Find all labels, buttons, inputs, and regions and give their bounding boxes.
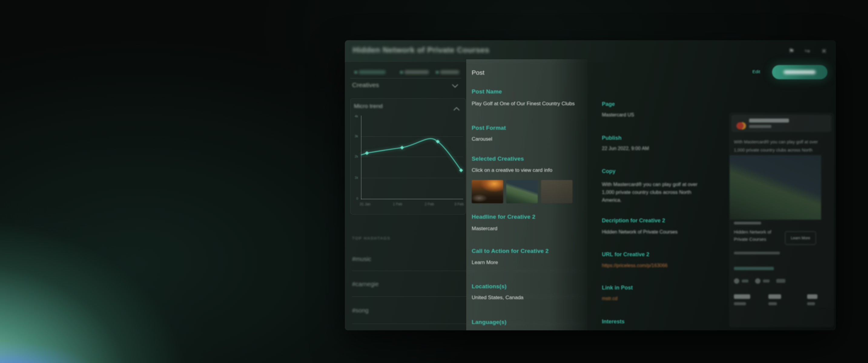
hashtag-item-2[interactable]: #carnegie bbox=[352, 281, 379, 288]
creative-thumbnail-2[interactable] bbox=[506, 180, 538, 203]
languages-label: Language(s) bbox=[472, 319, 506, 326]
micro-trend-title: Micro trend bbox=[354, 103, 383, 109]
post-detail-modal: Hidden Network of Private Courses ⚑ ↪ ✕ … bbox=[345, 40, 836, 330]
creatives-accordion-header[interactable]: Creatives bbox=[352, 81, 379, 89]
like-icon[interactable] bbox=[734, 278, 739, 284]
learn-more-button[interactable]: Learn More bbox=[785, 231, 816, 245]
preview-image bbox=[730, 155, 821, 220]
share-icon[interactable]: ↪ bbox=[805, 47, 810, 55]
preview-domain-blob bbox=[734, 222, 761, 225]
data-point-1 bbox=[365, 151, 369, 155]
account-subtitle-blob bbox=[749, 125, 771, 128]
trend-line bbox=[361, 138, 461, 170]
tab-1-icon bbox=[354, 71, 357, 74]
copy-label: Copy bbox=[602, 168, 616, 174]
description-value: Hidden Network of Private Courses bbox=[602, 229, 678, 235]
post-name-value: Play Golf at One of Our Finest Country C… bbox=[472, 101, 575, 107]
stat-3-value-blob bbox=[807, 294, 817, 299]
creative-thumbnail-1[interactable] bbox=[472, 180, 503, 203]
publish-value: 22 Jun 2022, 9:00 AM bbox=[602, 146, 649, 151]
x-tick-2: 1 Feb bbox=[393, 202, 402, 206]
publish-label: Publish bbox=[602, 135, 622, 141]
post-preview-card: With Mastercard® you can play golf at ov… bbox=[729, 112, 834, 327]
tab-1[interactable] bbox=[359, 70, 386, 74]
post-format-value: Carousel bbox=[472, 136, 492, 142]
x-tick-4: 3 Feb bbox=[455, 202, 464, 206]
preview-link-title: Hidden Network of Private Courses bbox=[734, 228, 782, 243]
cta-value: Learn More bbox=[472, 260, 498, 266]
close-icon[interactable]: ✕ bbox=[822, 47, 827, 55]
locations-value: United States, Canada bbox=[472, 295, 524, 301]
tab-2-icon bbox=[400, 71, 403, 74]
description-label: Decription for Creative 2 bbox=[602, 218, 665, 224]
stat-2-value-blob bbox=[768, 294, 781, 299]
url-link[interactable]: https://priceless.com/p/163066 bbox=[602, 263, 668, 268]
page-value: Mastercard US bbox=[602, 112, 634, 118]
page-label: Page bbox=[602, 101, 615, 107]
primary-action-label-blob bbox=[783, 70, 816, 74]
preview-hashtags-blob bbox=[734, 267, 774, 270]
link-in-post-label: Link in Post bbox=[602, 285, 633, 291]
stat-1-value-blob bbox=[734, 294, 750, 299]
selected-creatives-hint: Click on a creative to view card info bbox=[472, 167, 552, 173]
y-tick-1k: 1k bbox=[349, 176, 358, 179]
tab-3-icon bbox=[436, 71, 439, 74]
headline-label: Headline for Creative 2 bbox=[472, 213, 535, 220]
interests-label: Interests bbox=[602, 319, 625, 325]
post-name-label: Post Name bbox=[472, 88, 502, 95]
y-tick-2k: 2k bbox=[349, 155, 358, 158]
copy-value: With Mastercard® you can play golf at ov… bbox=[602, 180, 703, 204]
comment-count-blob bbox=[763, 279, 770, 283]
like-count-blob bbox=[742, 279, 748, 283]
locations-label: Locations(s) bbox=[472, 283, 506, 290]
tabs-divider bbox=[350, 78, 461, 78]
stat-3-label-blob bbox=[807, 302, 815, 305]
url-label: URL for Creative 2 bbox=[602, 252, 649, 258]
tab-3[interactable] bbox=[440, 70, 459, 74]
y-tick-0: 0 bbox=[349, 197, 358, 200]
stat-1-label-blob bbox=[734, 302, 746, 305]
bookmark-icon[interactable]: ⚑ bbox=[789, 47, 795, 55]
cta-label: Call to Action for Creative 2 bbox=[472, 248, 549, 254]
preview-header bbox=[732, 115, 831, 132]
page-title: Hidden Network of Private Courses bbox=[353, 45, 489, 55]
share-count-blob bbox=[776, 279, 785, 283]
trend-line-chart bbox=[361, 116, 463, 200]
account-name-blob bbox=[749, 119, 789, 123]
selected-creatives-label: Selected Creatives bbox=[472, 156, 524, 162]
chevron-down-icon bbox=[452, 82, 458, 88]
hashtag-item-1[interactable]: #music bbox=[352, 256, 371, 263]
top-hashtags-header: TOP HASHTAGS bbox=[352, 236, 391, 240]
x-tick-1: 31 Jan bbox=[360, 202, 371, 206]
screen: Hidden Network of Private Courses ⚑ ↪ ✕ … bbox=[0, 0, 868, 363]
edit-button[interactable]: Edit bbox=[752, 69, 760, 74]
primary-action-button[interactable] bbox=[772, 65, 828, 79]
data-point-2 bbox=[400, 146, 404, 150]
x-tick-3: 2 Feb bbox=[425, 202, 434, 206]
y-tick-4k: 4k bbox=[349, 114, 358, 118]
avatar bbox=[736, 121, 746, 131]
headline-value: Mastercard bbox=[472, 226, 497, 232]
preview-meta-blob bbox=[734, 252, 780, 254]
tab-2[interactable] bbox=[404, 70, 429, 74]
y-tick-3k: 3k bbox=[349, 134, 358, 138]
comment-icon[interactable] bbox=[755, 278, 761, 284]
hashtag-item-3[interactable]: #song bbox=[352, 307, 369, 314]
link-in-post-link[interactable]: mstr.cd bbox=[602, 296, 618, 301]
post-format-label: Post Format bbox=[472, 125, 506, 131]
stat-2-label-blob bbox=[768, 302, 777, 305]
creative-thumbnail-3[interactable] bbox=[541, 180, 572, 203]
post-panel-title: Post bbox=[472, 69, 485, 76]
